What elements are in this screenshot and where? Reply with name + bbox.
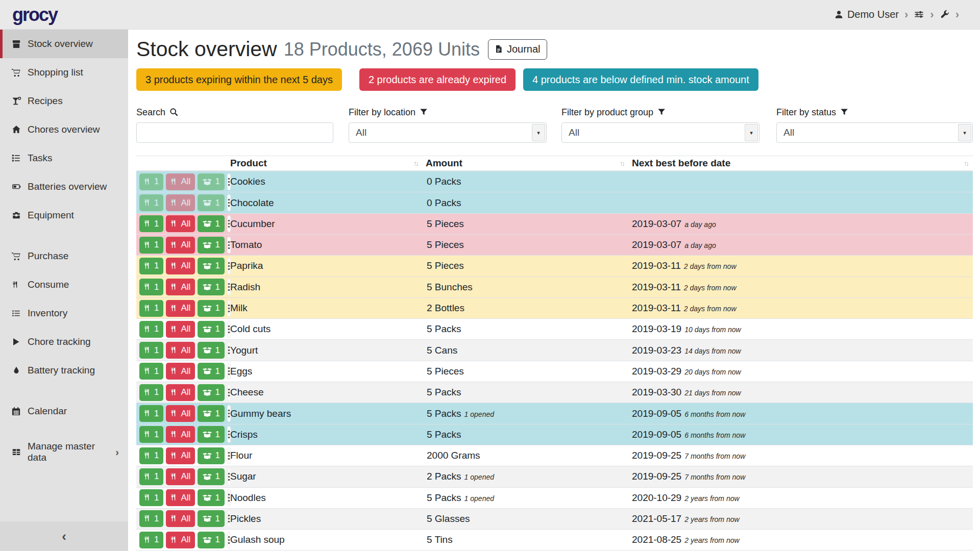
consume-one-button[interactable]: 1 <box>139 215 163 232</box>
open-one-button[interactable]: 1 <box>198 426 224 443</box>
consume-all-button[interactable]: All <box>166 489 195 506</box>
consume-one-button[interactable]: 1 <box>139 321 163 338</box>
product-name: Sugar <box>227 471 423 482</box>
sidebar-item-calendar[interactable]: Calendar <box>0 397 128 425</box>
sidebar-collapse-button[interactable]: ‹ <box>0 521 128 551</box>
open-one-button[interactable]: 1 <box>198 321 224 338</box>
amount-column-header[interactable]: Amount ↑↓ <box>423 158 629 169</box>
chevron-right-icon[interactable]: › <box>930 9 934 20</box>
consume-one-button[interactable]: 1 <box>139 279 163 295</box>
alert-below-min-stock[interactable]: 4 products are below defined min. stock … <box>523 68 758 91</box>
sidebar-item-inventory[interactable]: Inventory <box>0 299 128 328</box>
sort-icon[interactable]: ↑↓ <box>413 159 418 167</box>
status-filter-select[interactable]: All ▾ <box>776 122 973 143</box>
consume-one-button[interactable]: 1 <box>139 510 163 527</box>
utensils-icon <box>144 472 152 481</box>
consume-one-button[interactable]: 1 <box>139 468 163 485</box>
consume-one-button[interactable]: 1 <box>139 342 163 359</box>
consume-one-button[interactable]: 1 <box>139 384 163 401</box>
open-one-button[interactable]: 1 <box>198 447 224 464</box>
product-amount: 0 Packs <box>423 197 629 209</box>
journal-button[interactable]: Journal <box>488 39 547 60</box>
sidebar-item-stock-overview[interactable]: Stock overview <box>0 30 128 58</box>
consume-all-button[interactable]: All <box>166 258 195 274</box>
open-one-button[interactable]: 1 <box>198 215 224 232</box>
open-one-button[interactable]: 1 <box>198 489 224 506</box>
row-actions: 1 All 1 <box>136 468 227 485</box>
open-one-button[interactable]: 1 <box>198 194 224 211</box>
consume-all-button[interactable]: All <box>166 447 195 464</box>
journal-icon <box>495 44 503 54</box>
sidebar-item-shopping-list[interactable]: Shopping list <box>0 58 128 87</box>
alerts: 3 products expiring within the next 5 da… <box>136 68 973 91</box>
product-column-header[interactable]: Product ↑↓ <box>227 158 423 169</box>
consume-all-button[interactable]: All <box>166 215 195 232</box>
consume-all-button[interactable]: All <box>166 405 195 422</box>
product-group-filter-select[interactable]: All ▾ <box>561 122 760 143</box>
open-one-button[interactable]: 1 <box>198 532 224 548</box>
open-one-button[interactable]: 1 <box>198 173 224 190</box>
open-one-button[interactable]: 1 <box>198 258 224 274</box>
alert-expiring-soon[interactable]: 3 products expiring within the next 5 da… <box>136 68 342 91</box>
user-menu[interactable]: Demo User <box>834 9 899 20</box>
consume-all-button[interactable]: All <box>166 173 195 190</box>
consume-one-button[interactable]: 1 <box>139 426 163 443</box>
consume-all-button[interactable]: All <box>166 468 195 485</box>
sidebar-item-batteries-overview[interactable]: Batteries overview <box>0 172 128 201</box>
consume-all-button[interactable]: All <box>166 342 195 359</box>
date-column-header[interactable]: Next best before date ↑↓ <box>629 158 973 169</box>
sort-icon[interactable]: ↑↓ <box>620 159 624 167</box>
sidebar-item-consume[interactable]: Consume <box>0 270 128 299</box>
utensils-icon <box>144 346 152 355</box>
open-one-button[interactable]: 1 <box>198 363 224 380</box>
consume-one-button[interactable]: 1 <box>139 258 163 274</box>
chevron-right-icon[interactable]: › <box>904 9 908 20</box>
open-one-button[interactable]: 1 <box>198 510 224 527</box>
chevron-right-icon[interactable]: › <box>955 9 959 20</box>
consume-all-button[interactable]: All <box>166 237 195 254</box>
consume-all-button[interactable]: All <box>166 279 195 295</box>
open-one-button[interactable]: 1 <box>198 279 224 295</box>
consume-one-button[interactable]: 1 <box>139 173 163 190</box>
utensils-icon <box>170 367 178 375</box>
consume-one-button[interactable]: 1 <box>139 194 163 211</box>
location-filter-select[interactable]: All ▾ <box>349 122 547 143</box>
open-one-button[interactable]: 1 <box>198 468 224 485</box>
open-one-button[interactable]: 1 <box>198 300 224 317</box>
consume-all-button[interactable]: All <box>166 194 195 211</box>
sidebar-item-recipes[interactable]: Recipes <box>0 87 128 115</box>
consume-one-button[interactable]: 1 <box>139 532 163 548</box>
open-one-button[interactable]: 1 <box>198 384 224 401</box>
app-logo[interactable]: grocy <box>12 4 57 26</box>
sidebar-item-tasks[interactable]: Tasks <box>0 144 128 172</box>
sidebar-item-battery-tracking[interactable]: Battery tracking <box>0 356 128 385</box>
consume-all-button[interactable]: All <box>166 321 195 338</box>
consume-one-button[interactable]: 1 <box>139 363 163 380</box>
consume-all-button[interactable]: All <box>166 300 195 317</box>
consume-all-button[interactable]: All <box>166 532 195 548</box>
consume-one-button[interactable]: 1 <box>139 237 163 254</box>
consume-one-button[interactable]: 1 <box>139 405 163 422</box>
sidebar-item-purchase[interactable]: Purchase <box>0 242 128 270</box>
open-one-button[interactable]: 1 <box>198 405 224 422</box>
consume-all-button[interactable]: All <box>166 510 195 527</box>
consume-one-button[interactable]: 1 <box>139 447 163 464</box>
sidebar-item-manage-master-data[interactable]: Manage master data› <box>0 438 128 466</box>
consume-all-button[interactable]: All <box>166 384 195 401</box>
sidebar-item-equipment[interactable]: Equipment <box>0 201 128 230</box>
list-icon <box>9 309 23 318</box>
open-one-button[interactable]: 1 <box>198 342 224 359</box>
sort-icon[interactable]: ↑↓ <box>964 159 968 167</box>
admin-menu[interactable] <box>940 10 950 19</box>
sidebar-item-chores-overview[interactable]: Chores overview <box>0 115 128 144</box>
consume-one-button[interactable]: 1 <box>139 300 163 317</box>
alert-expired[interactable]: 2 products are already expired <box>359 68 516 91</box>
settings-menu[interactable] <box>914 10 924 19</box>
table-body: 1 All 1 Cookies 0 Packs 1 All 1 Chocolat… <box>136 171 973 550</box>
sidebar-item-chore-tracking[interactable]: Chore tracking <box>0 328 128 356</box>
consume-all-button[interactable]: All <box>166 363 195 380</box>
consume-all-button[interactable]: All <box>166 426 195 443</box>
consume-one-button[interactable]: 1 <box>139 489 163 506</box>
open-one-button[interactable]: 1 <box>198 237 224 254</box>
search-input[interactable] <box>136 122 333 143</box>
